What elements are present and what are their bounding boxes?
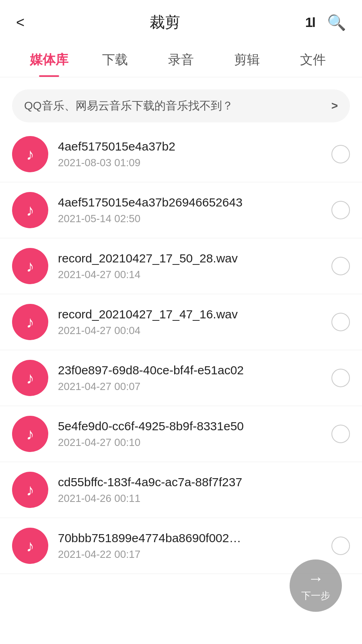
music-info-1: 4aef5175015e4a37b2 2021-08-03 01:09	[58, 140, 325, 169]
music-title: record_20210427_17_50_28.wav	[58, 252, 325, 265]
select-radio-3[interactable]	[331, 257, 350, 275]
music-icon-5: ♪	[12, 360, 48, 396]
list-item[interactable]: ♪ cd55bffc-183f-4a9c-ac7a-88f7f237 2021-…	[0, 462, 362, 518]
select-radio-6[interactable]	[331, 425, 350, 443]
list-item[interactable]: ♪ record_20210427_17_47_16.wav 2021-04-2…	[0, 294, 362, 350]
music-info-6: 5e4fe9d0-cc6f-4925-8b9f-8331e50 2021-04-…	[58, 419, 325, 449]
music-info-5: 23f0e897-69d8-40ce-bf4f-e51ac02 2021-04-…	[58, 363, 325, 393]
music-note-icon: ♪	[26, 145, 34, 163]
music-icon-7: ♪	[12, 472, 48, 508]
music-note-icon: ♪	[26, 369, 34, 387]
music-icon-2: ♪	[12, 192, 48, 228]
header: < 裁剪 1l 🔍	[0, 0, 362, 41]
music-title: cd55bffc-183f-4a9c-ac7a-88f7f237	[58, 475, 325, 489]
music-note-icon: ♪	[26, 537, 34, 555]
sort-icon[interactable]: 1l	[305, 14, 315, 30]
select-radio-8[interactable]	[331, 537, 350, 555]
music-note-icon: ♪	[26, 257, 34, 275]
music-info-3: record_20210427_17_50_28.wav 2021-04-27 …	[58, 252, 325, 281]
search-icon[interactable]: 🔍	[327, 14, 346, 31]
music-title: 23f0e897-69d8-40ce-bf4f-e51ac02	[58, 363, 325, 377]
music-title: 4aef5175015e4a37b26946652643	[58, 196, 325, 209]
tab-edit[interactable]: 剪辑	[214, 45, 280, 77]
music-info-7: cd55bffc-183f-4a9c-ac7a-88f7f237 2021-04…	[58, 475, 325, 505]
list-item[interactable]: ♪ 4aef5175015e4a37b2 2021-08-03 01:09	[0, 126, 362, 182]
select-radio-4[interactable]	[331, 313, 350, 331]
music-list: ♪ 4aef5175015e4a37b2 2021-08-03 01:09 ♪ …	[0, 126, 362, 574]
info-bar-text: QQ音乐、网易云音乐下载的音乐找不到？	[24, 98, 233, 114]
music-info-4: record_20210427_17_47_16.wav 2021-04-27 …	[58, 308, 325, 337]
music-note-icon: ♪	[26, 481, 34, 499]
music-title: 5e4fe9d0-cc6f-4925-8b9f-8331e50	[58, 419, 325, 433]
music-icon-3: ♪	[12, 248, 48, 284]
next-step-label: 下一步	[301, 589, 330, 602]
list-item[interactable]: ♪ 5e4fe9d0-cc6f-4925-8b9f-8331e50 2021-0…	[0, 406, 362, 462]
music-note-icon: ♪	[26, 201, 34, 219]
music-title: 70bbb751899e4774ba8690f002…	[58, 531, 325, 545]
music-date: 2021-04-27 00:04	[58, 324, 325, 337]
back-button[interactable]: <	[16, 14, 25, 31]
list-item[interactable]: ♪ record_20210427_17_50_28.wav 2021-04-2…	[0, 238, 362, 294]
music-date: 2021-04-27 00:10	[58, 436, 325, 449]
select-radio-5[interactable]	[331, 369, 350, 387]
music-icon-1: ♪	[12, 136, 48, 172]
page-title: 裁剪	[25, 12, 305, 33]
info-bar-arrow: >	[331, 99, 338, 112]
music-note-icon: ♪	[26, 425, 34, 443]
music-icon-8: ♪	[12, 528, 48, 564]
music-title: 4aef5175015e4a37b2	[58, 140, 325, 153]
select-radio-1[interactable]	[331, 145, 350, 163]
next-step-button[interactable]: → 下一步	[290, 559, 342, 612]
music-date: 2021-08-03 01:09	[58, 157, 325, 169]
tab-media[interactable]: 媒体库	[16, 45, 82, 77]
tab-record[interactable]: 录音	[148, 45, 214, 77]
info-bar[interactable]: QQ音乐、网易云音乐下载的音乐找不到？ >	[12, 89, 350, 122]
list-item[interactable]: ♪ 4aef5175015e4a37b26946652643 2021-05-1…	[0, 182, 362, 238]
tab-bar: 媒体库 下载 录音 剪辑 文件	[0, 41, 362, 77]
tab-file[interactable]: 文件	[280, 45, 346, 77]
tab-download[interactable]: 下载	[82, 45, 148, 77]
music-title: record_20210427_17_47_16.wav	[58, 308, 325, 321]
music-note-icon: ♪	[26, 313, 34, 331]
list-item[interactable]: ♪ 23f0e897-69d8-40ce-bf4f-e51ac02 2021-0…	[0, 350, 362, 406]
music-info-2: 4aef5175015e4a37b26946652643 2021-05-14 …	[58, 196, 325, 225]
music-date: 2021-05-14 02:50	[58, 213, 325, 225]
music-date: 2021-04-27 00:14	[58, 268, 325, 281]
select-radio-2[interactable]	[331, 201, 350, 219]
music-icon-4: ♪	[12, 304, 48, 340]
music-info-8: 70bbb751899e4774ba8690f002… 2021-04-22 0…	[58, 531, 325, 561]
next-arrow-icon: →	[308, 570, 324, 588]
music-date: 2021-04-27 00:07	[58, 380, 325, 393]
music-date: 2021-04-26 00:11	[58, 492, 325, 505]
music-date: 2021-04-22 00:17	[58, 548, 325, 561]
music-icon-6: ♪	[12, 416, 48, 452]
